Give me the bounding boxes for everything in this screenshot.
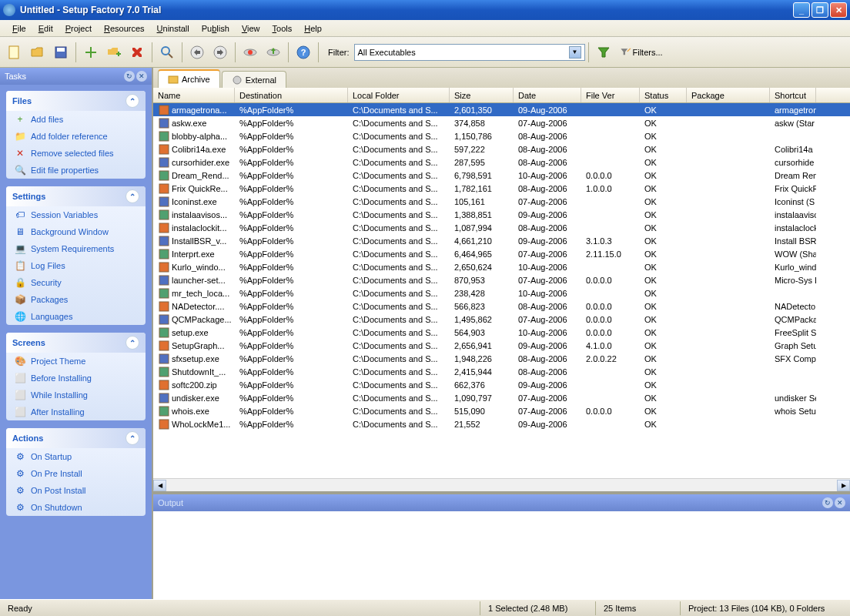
menu-uninstall[interactable]: Uninstall — [151, 22, 196, 35]
help-button[interactable]: ? — [293, 42, 314, 63]
maximize-button[interactable]: ❐ — [812, 2, 828, 18]
col-localfolder[interactable]: Local Folder — [348, 88, 450, 102]
menu-edit[interactable]: Edit — [32, 22, 59, 35]
tab-archive[interactable]: Archive — [158, 69, 220, 88]
task-session-vars[interactable]: 🏷Session Variables — [6, 206, 146, 223]
file-row[interactable]: ShutdownIt_...%AppFolder%C:\Documents an… — [153, 365, 850, 378]
file-row[interactable]: Colibri14a.exe%AppFolder%C:\Documents an… — [153, 142, 850, 156]
file-row[interactable]: blobby-alpha...%AppFolder%C:\Documents a… — [153, 129, 850, 142]
close-output-icon[interactable]: ✕ — [835, 497, 845, 508]
collapse-icon[interactable]: ⌃ — [125, 431, 139, 445]
task-before-install[interactable]: ⬜Before Installing — [6, 370, 146, 387]
file-row[interactable]: Dream_Rend...%AppFolder%C:\Documents and… — [153, 169, 850, 182]
close-panel-icon[interactable]: ✕ — [136, 71, 147, 82]
menu-view[interactable]: View — [236, 22, 266, 35]
file-row[interactable]: Frix QuickRe...%AppFolder%C:\Documents a… — [153, 182, 850, 195]
file-row[interactable]: undisker.exe%AppFolder%C:\Documents and … — [153, 391, 850, 404]
task-on-preinstall[interactable]: ⚙On Pre Install — [6, 465, 146, 482]
new-button[interactable] — [4, 42, 25, 63]
col-package[interactable]: Package — [687, 88, 770, 102]
task-bg-window[interactable]: 🖥Background Window — [6, 223, 146, 240]
svg-rect-20 — [159, 184, 169, 193]
output-body — [153, 511, 850, 599]
task-packages[interactable]: 📦Packages — [6, 291, 146, 308]
file-row[interactable]: instalaavisos...%AppFolder%C:\Documents … — [153, 208, 850, 221]
search-button[interactable] — [156, 42, 178, 63]
file-row[interactable]: QCMPackage...%AppFolder%C:\Documents and… — [153, 313, 850, 326]
close-button[interactable]: ✕ — [830, 2, 847, 18]
col-name[interactable]: Name — [153, 88, 235, 102]
task-remove-files[interactable]: ✕Remove selected files — [6, 145, 146, 162]
menu-project[interactable]: Project — [59, 22, 98, 35]
menu-tools[interactable]: Tools — [266, 22, 299, 35]
menu-publish[interactable]: Publish — [196, 22, 236, 35]
col-destination[interactable]: Destination — [235, 88, 348, 102]
refresh-output-icon[interactable]: ↻ — [822, 497, 833, 508]
file-row[interactable]: askw.exe%AppFolder%C:\Documents and S...… — [153, 116, 850, 129]
scroll-left-icon[interactable]: ◀ — [153, 480, 166, 491]
build-button[interactable] — [239, 42, 261, 63]
file-row[interactable]: whois.exe%AppFolder%C:\Documents and S..… — [153, 404, 850, 417]
file-row[interactable]: Iconinst.exe%AppFolder%C:\Documents and … — [153, 195, 850, 208]
col-date[interactable]: Date — [514, 88, 581, 102]
svg-point-13 — [233, 76, 241, 84]
tab-external[interactable]: External — [222, 71, 286, 88]
minimize-button[interactable]: _ — [793, 2, 810, 18]
menu-resources[interactable]: Resources — [98, 22, 151, 35]
file-row[interactable]: armagetrona...%AppFolder%C:\Documents an… — [153, 103, 850, 116]
filter-apply-button[interactable] — [593, 42, 614, 63]
horizontal-scrollbar[interactable]: ◀ ▶ — [153, 478, 850, 491]
undo-button[interactable] — [186, 42, 208, 63]
task-log-files[interactable]: 📋Log Files — [6, 257, 146, 274]
file-row[interactable]: setup.exe%AppFolder%C:\Documents and S..… — [153, 326, 850, 339]
task-sys-req[interactable]: 💻System Requirements — [6, 240, 146, 257]
task-while-install[interactable]: ⬜While Installing — [6, 387, 146, 403]
file-row[interactable]: SetupGraph...%AppFolder%C:\Documents and… — [153, 339, 850, 352]
filter-edit-button[interactable]: Filters... — [616, 42, 666, 63]
refresh-icon[interactable]: ↻ — [124, 71, 135, 82]
task-add-folder[interactable]: 📁Add folder reference — [6, 128, 146, 145]
file-row[interactable]: instalaclockit...%AppFolder%C:\Documents… — [153, 221, 850, 234]
collapse-icon[interactable]: ⌃ — [125, 94, 139, 108]
menu-help[interactable]: Help — [298, 22, 328, 35]
task-languages[interactable]: 🌐Languages — [6, 308, 146, 325]
open-button[interactable] — [27, 42, 49, 63]
svg-rect-35 — [159, 380, 169, 390]
task-add-files[interactable]: +Add files — [6, 111, 146, 128]
col-filever[interactable]: File Ver — [581, 88, 640, 102]
collapse-icon[interactable]: ⌃ — [125, 189, 139, 203]
add-folder-button[interactable] — [103, 42, 125, 63]
file-row[interactable]: InstallBSR_v...%AppFolder%C:\Documents a… — [153, 234, 850, 247]
add-button[interactable] — [80, 42, 102, 63]
scroll-right-icon[interactable]: ▶ — [837, 480, 850, 491]
file-row[interactable]: softc200.zip%AppFolder%C:\Documents and … — [153, 378, 850, 391]
task-on-postinstall[interactable]: ⚙On Post Install — [6, 482, 146, 499]
col-shortcut[interactable]: Shortcut — [770, 88, 816, 102]
file-row[interactable]: NADetector....%AppFolder%C:\Documents an… — [153, 300, 850, 313]
file-row[interactable]: Interprt.exe%AppFolder%C:\Documents and … — [153, 247, 850, 260]
menu-file[interactable]: File — [6, 22, 32, 35]
col-status[interactable]: Status — [640, 88, 687, 102]
file-row[interactable]: Kurlo_windo...%AppFolder%C:\Documents an… — [153, 260, 850, 273]
collapse-icon[interactable]: ⌃ — [125, 336, 139, 350]
col-size[interactable]: Size — [450, 88, 514, 102]
file-row[interactable]: sfxsetup.exe%AppFolder%C:\Documents and … — [153, 352, 850, 365]
task-edit-props[interactable]: 🔍Edit file properties — [6, 162, 146, 179]
file-row[interactable]: WhoLockMe1...%AppFolder%C:\Documents and… — [153, 417, 850, 430]
task-after-install[interactable]: ⬜After Installing — [6, 403, 146, 420]
task-security[interactable]: 🔒Security — [6, 274, 146, 291]
filter-select[interactable]: All Executables ▼ — [354, 44, 585, 61]
task-on-shutdown[interactable]: ⚙On Shutdown — [6, 499, 146, 516]
file-row[interactable]: cursorhider.exe%AppFolder%C:\Documents a… — [153, 156, 850, 169]
task-on-startup[interactable]: ⚙On Startup — [6, 448, 146, 465]
task-theme[interactable]: 🎨Project Theme — [6, 353, 146, 370]
delete-button[interactable] — [126, 42, 148, 63]
svg-rect-19 — [159, 171, 169, 180]
svg-rect-12 — [169, 76, 178, 83]
file-row[interactable]: mr_tech_loca...%AppFolder%C:\Documents a… — [153, 286, 850, 300]
save-button[interactable] — [50, 42, 72, 63]
file-row[interactable]: launcher-set...%AppFolder%C:\Documents a… — [153, 273, 850, 286]
publish-button[interactable] — [263, 42, 284, 63]
redo-button[interactable] — [209, 42, 231, 63]
file-list[interactable]: armagetrona...%AppFolder%C:\Documents an… — [153, 103, 850, 478]
